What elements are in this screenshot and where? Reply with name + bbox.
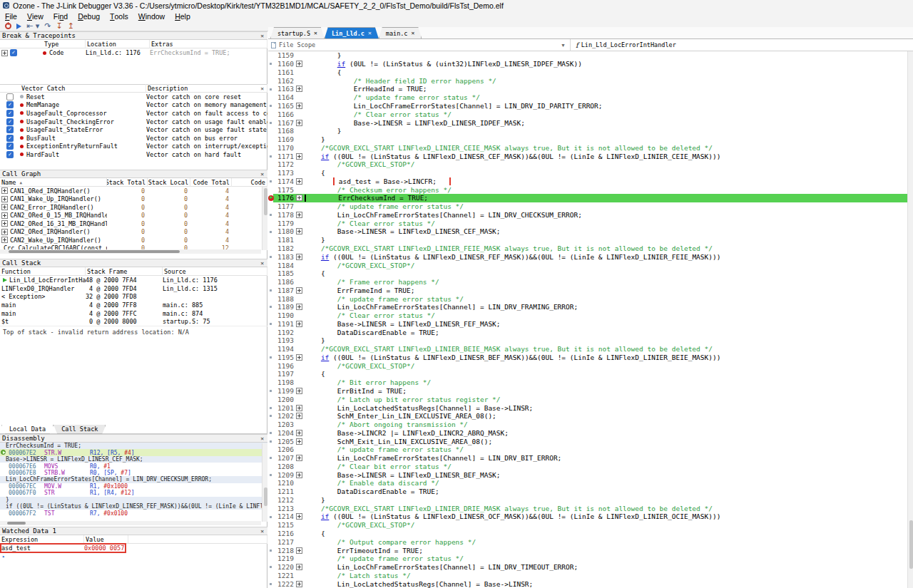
line-number[interactable]: 1164	[273, 93, 296, 101]
expand-icon[interactable]	[296, 120, 302, 126]
expand-icon[interactable]	[296, 430, 302, 436]
code-line-1215[interactable]: 1215 /*GCOVR_EXCL_STOP*/	[268, 521, 907, 530]
power-button[interactable]	[5, 22, 11, 31]
line-number[interactable]: 1181	[273, 236, 296, 244]
expand-icon[interactable]	[296, 61, 302, 67]
expand-icon[interactable]	[296, 438, 302, 445]
line-number[interactable]: 1162	[273, 77, 296, 85]
expand-icon[interactable]	[296, 472, 302, 478]
code-line-1220[interactable]: 1220 Lin_LocChFrameErrorStates[Channel] …	[268, 563, 907, 572]
expand-icon[interactable]	[296, 405, 302, 411]
line-number[interactable]: 1190	[273, 311, 296, 319]
line-number[interactable]: 1188	[273, 295, 296, 303]
editor-tab-startup-S[interactable]: startup.S✕	[270, 27, 325, 38]
code-line-1203[interactable]: 1203 /* Abort ongoing transmission */	[268, 421, 907, 429]
code-line-1191[interactable]: 1191 Base->LINESR = LINFlexD_LINESR_FEF_…	[268, 320, 907, 329]
editor-tab-main-c[interactable]: main.c✕	[379, 27, 422, 38]
step-into-button[interactable]: ↧	[56, 22, 62, 31]
line-number[interactable]: 1193	[273, 336, 296, 344]
expand-icon[interactable]	[1, 229, 8, 235]
call-graph-row[interactable]: CAN2_ORed_IRQHandler()004	[0, 228, 267, 237]
disassembly-source-line[interactable]: }	[0, 497, 267, 503]
vector-catch-checkbox[interactable]: ✓	[6, 126, 14, 133]
line-number[interactable]: 1202	[273, 412, 296, 420]
expand-icon[interactable]	[1, 204, 8, 210]
code-line-1161[interactable]: 1161 {	[268, 68, 907, 77]
code-line-1171[interactable]: 1171 if ((0UL != (LinStatus & LINFlexD_L…	[268, 152, 907, 160]
code-line-1166[interactable]: 1166 /* Clear error status */	[268, 110, 907, 118]
code-line-1221[interactable]: 1221 /* Latch status */	[268, 571, 907, 579]
line-number[interactable]: 1191	[273, 320, 296, 328]
line-number[interactable]: 1169	[273, 135, 296, 143]
line-number[interactable]: 1189	[273, 303, 296, 311]
code-line-1183[interactable]: 1183 if ((0UL != (LinStatus & LINFlexD_L…	[268, 252, 907, 261]
expand-icon[interactable]	[1, 50, 8, 56]
tab-close-icon[interactable]: ✕	[368, 30, 372, 36]
code-line-1168[interactable]: 1168 }	[268, 127, 907, 135]
call-graph-hscrollbar[interactable]	[0, 249, 261, 254]
resume-button[interactable]	[16, 22, 21, 31]
line-number[interactable]: 1166	[273, 110, 296, 118]
close-icon[interactable]: ✕	[260, 528, 264, 535]
vector-catch-row[interactable]: ResetVector catch on core reset	[0, 93, 267, 101]
disassembly-instruction[interactable]: 000067E2STR.WR12, [R5, #4]	[0, 449, 267, 455]
code-line-1178[interactable]: 1178 Lin_LocChFrameErrorStates[Channel] …	[268, 211, 907, 220]
code-line-1217[interactable]: 1217 /* Output compare error happens */	[268, 537, 907, 546]
tab-close-icon[interactable]: ✕	[412, 30, 415, 36]
disassembly-vscrollbar[interactable]	[262, 443, 267, 522]
line-number[interactable]: 1211	[273, 488, 296, 495]
line-number[interactable]: 1170	[273, 144, 296, 152]
dock-tab-local-data[interactable]: Local Data	[1, 425, 53, 434]
col-name[interactable]: Name ▲	[0, 178, 107, 187]
line-number[interactable]: 1172	[273, 160, 296, 168]
code-line-1207[interactable]: 1207 Lin_LocChFrameErrorStates[Channel] …	[268, 454, 907, 463]
expand-icon[interactable]	[296, 178, 302, 185]
expand-icon[interactable]	[296, 455, 302, 461]
vector-catch-checkbox[interactable]: ✓	[6, 135, 14, 142]
code-line-1209[interactable]: 1209 Base->LINESR = LINFlexD_LINESR_BEF_…	[268, 470, 907, 479]
menu-debug[interactable]: Debug	[73, 11, 105, 21]
code-line-1186[interactable]: 1186 /* Frame error happens */	[268, 278, 907, 287]
expand-icon[interactable]	[296, 413, 302, 419]
disassembly-instruction[interactable]: 000067ECMOV.WR1, #0x1000	[0, 483, 267, 490]
code-line-1160[interactable]: 1160 if (0UL != (LinStatus & (uint32)LIN…	[268, 60, 907, 68]
line-number[interactable]: 1213	[273, 505, 296, 512]
line-number[interactable]: 1217	[273, 538, 296, 546]
expand-icon[interactable]	[1, 237, 8, 243]
code-line-1218[interactable]: 1218 ErrTimeoutInd = TRUE;	[268, 546, 907, 555]
code-line-1213[interactable]: 1213 /*GCOVR_EXCL_START LINFlexD_LINIER_…	[268, 504, 907, 512]
code-line-1187[interactable]: 1187 ErrFrameInd = TRUE;	[268, 286, 907, 294]
close-icon[interactable]: ✕	[260, 435, 264, 443]
vector-catch-checkbox[interactable]: ✓	[6, 101, 14, 108]
close-icon[interactable]: ✕	[260, 33, 264, 40]
code-line-1199[interactable]: 1199 ErrBitInd = TRUE;	[268, 387, 907, 396]
call-stack-row[interactable]: $t 0 @ 2000 8000startup.S: 75	[0, 317, 267, 326]
expand-icon[interactable]	[296, 564, 302, 570]
expand-icon[interactable]	[296, 228, 302, 234]
line-number[interactable]: 1173	[273, 169, 296, 177]
menu-file[interactable]: File	[0, 11, 22, 21]
line-number[interactable]: 1207	[273, 454, 296, 462]
code-line-1167[interactable]: 1167 Base->LINESR = LINFlexD_LINESR_IDPE…	[268, 118, 907, 127]
tab-close-icon[interactable]: ✕	[314, 30, 317, 36]
line-number[interactable]: 1177	[273, 202, 296, 210]
line-number[interactable]: 1186	[273, 278, 296, 286]
reset-button[interactable]: ⇤ ▾	[26, 22, 39, 31]
line-number[interactable]: 1195	[273, 354, 296, 361]
vector-catch-checkbox[interactable]: ✓	[6, 110, 14, 117]
vector-catch-row[interactable]: ✓UsageFault_CheckingErrorVector catch on…	[0, 118, 267, 126]
disassembly-instruction[interactable]: 000067F0STRR1, [R4, #12]	[0, 490, 267, 496]
step-over-button[interactable]: ↷	[44, 22, 51, 31]
line-number[interactable]: 1201	[273, 404, 296, 412]
expand-icon[interactable]	[1, 196, 8, 202]
disassembly-source-line[interactable]: Base->LINESR = LINFlexD_LINESR_CEF_MASK;	[0, 456, 267, 463]
close-icon[interactable]: ✕	[260, 260, 264, 267]
code-line-1222[interactable]: 1222 Lin_LocLatchedStatusRegs[Channel] =…	[268, 579, 907, 588]
line-number[interactable]: 1198	[273, 378, 296, 386]
line-number[interactable]: 1192	[273, 329, 296, 336]
line-number[interactable]: 1159	[273, 51, 296, 59]
line-number[interactable]: 1203	[273, 421, 296, 428]
code-line-1173[interactable]: 1173 {	[268, 169, 907, 177]
code-line-1163[interactable]: 1163 ErrHeadInd = TRUE;	[268, 85, 907, 93]
line-number[interactable]: 1187	[273, 287, 296, 294]
